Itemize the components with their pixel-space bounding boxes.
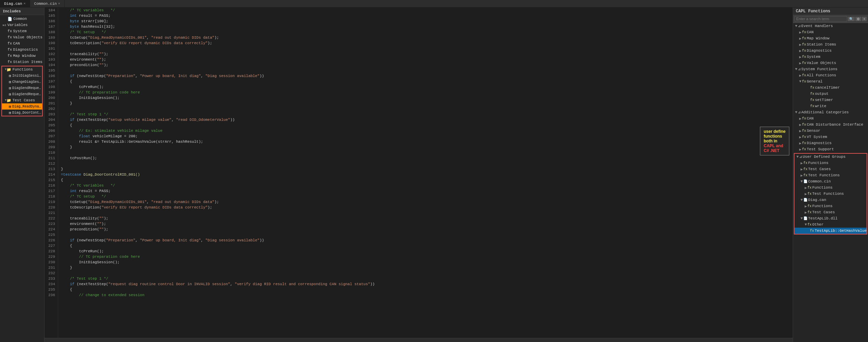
code-line-231[interactable]: }	[61, 265, 793, 270]
code-line-194[interactable]: precondition("");	[61, 62, 793, 68]
code-line-216[interactable]: /* TC variables */	[61, 183, 793, 188]
rt-item-can-disturbance[interactable]: ▶fx CAN Disturbance Interface	[793, 122, 868, 128]
search-input[interactable]	[794, 16, 847, 22]
rt-item-other-testaplib[interactable]: ▼fx Other	[794, 221, 867, 228]
sidebar-item-value-objects[interactable]: fx Value Objects	[0, 34, 44, 40]
rt-item-value-objects-eh[interactable]: ▶fx Value Objects	[793, 60, 868, 66]
code-line-236[interactable]: // change to extended session	[61, 292, 793, 298]
code-line-230[interactable]: InitDiagSession();	[61, 259, 793, 265]
code-line-223[interactable]: environment("");	[61, 221, 793, 227]
code-line-191[interactable]	[61, 46, 793, 51]
code-line-218[interactable]: /* TC setup */	[61, 194, 793, 199]
code-line-215[interactable]: {	[61, 177, 793, 183]
code-line-224[interactable]: precondition("");	[61, 227, 793, 232]
code-line-229[interactable]: // TC preparation code here	[61, 254, 793, 259]
sidebar-item-initdiag[interactable]: ⊞ InitDiagSession(): int	[2, 73, 42, 79]
code-line-206[interactable]: // Ex: stimulate vehicle milage value	[61, 128, 793, 134]
code-line-202[interactable]	[61, 106, 793, 112]
code-line-209[interactable]: }	[61, 144, 793, 150]
sidebar-item-testcases[interactable]: ▼ 📁 Test Cases	[2, 97, 42, 103]
rt-item-system-functions[interactable]: ▼⊿ System Functions	[793, 66, 868, 72]
code-line-205[interactable]: {	[61, 123, 793, 128]
code-line-204[interactable]: if (nextTestStep("setup vehicle milage v…	[61, 117, 793, 123]
code-line-210[interactable]	[61, 150, 793, 155]
rt-item-output[interactable]: fx output	[793, 91, 868, 97]
sidebar-item-variables[interactable]: ▶ 𝑥 Variables	[0, 22, 44, 28]
code-line-190[interactable]: tcDescription("verify ECU report dynamic…	[61, 40, 793, 46]
sidebar-item-map-window[interactable]: fx Map Window	[0, 53, 44, 59]
code-line-212[interactable]	[61, 161, 793, 166]
sidebar-item-diagsendreq2[interactable]: ⊞ DiagSendRequestWaitResul…	[2, 91, 42, 97]
rt-item-diag-can[interactable]: ▼📄Diag.can	[794, 197, 867, 203]
sidebar-item-common-includes[interactable]: 📄 Common	[0, 16, 44, 22]
rt-item-canceltimer[interactable]: fx cancelTimer	[793, 85, 868, 91]
sidebar-item-diag-readdynamic[interactable]: ⊞ Diag_ReadDynamicDID…	[2, 103, 42, 110]
code-line-200[interactable]: InitDiagSession();	[61, 95, 793, 101]
code-line-211[interactable]: tcPostRun();	[61, 155, 793, 161]
add-button[interactable]: +	[862, 17, 867, 21]
code-line-220[interactable]: tcDescription("verify ECU report dynamic…	[61, 205, 793, 210]
sidebar-item-system[interactable]: fx System	[0, 28, 44, 34]
rt-item-test-cases-udg[interactable]: ▶fx Test Cases	[794, 166, 867, 172]
code-line-227[interactable]: {	[61, 243, 793, 249]
code-line-189[interactable]: tcSetup("Diag_ReadDynamicDIDs_001", "rea…	[61, 35, 793, 40]
rt-item-event-handlers[interactable]: ▼⊿ Event Handlers	[793, 23, 868, 29]
code-line-217[interactable]: int result = PASS;	[61, 188, 793, 194]
code-line-235[interactable]: {	[61, 287, 793, 292]
rt-item-sensor[interactable]: ▶fx Sensor	[793, 128, 868, 134]
code-line-233[interactable]: /* Test step 1 */	[61, 276, 793, 281]
rt-item-can-ac[interactable]: ▶fx CAN	[793, 115, 868, 122]
rt-item-vt-system[interactable]: ▶fx VT System	[793, 134, 868, 140]
sidebar-item-changediag[interactable]: ⊞ ChangeDiagSession(int sess…	[2, 79, 42, 85]
rt-item-can-eh[interactable]: ▶fx CAN	[793, 29, 868, 35]
code-line-198[interactable]: tcPreRun();	[61, 84, 793, 90]
rt-item-functions-common[interactable]: ▶fx Functions	[794, 185, 867, 191]
code-line-184[interactable]: /* TC variables */	[61, 8, 793, 13]
rt-item-test-functions-udg[interactable]: ▶fx Test Functions	[794, 172, 867, 178]
rt-item-test-cases-diag[interactable]: ▶fx Test Cases	[794, 209, 867, 215]
code-line-188[interactable]: /* TC setup */	[61, 29, 793, 35]
rt-item-testaplib-dll[interactable]: ▼📄TestApLib.dll	[794, 215, 867, 221]
settings-button[interactable]: ⚙	[855, 17, 861, 21]
tab-diag[interactable]: Diag.can ✕	[0, 0, 30, 8]
sidebar-item-can[interactable]: fx CAN	[0, 40, 44, 47]
code-line-222[interactable]: traceability("");	[61, 216, 793, 221]
code-line-221[interactable]	[61, 210, 793, 216]
tab-common[interactable]: Common.cin ✕	[30, 0, 65, 8]
sidebar-item-diag-doorcontrol[interactable]: ⊞ Diag_DoorControlRID_001(…	[2, 110, 42, 116]
rt-item-testaplib-gethash[interactable]: fx TestApLib::GetHashValue	[794, 228, 867, 234]
code-line-232[interactable]	[61, 270, 793, 276]
sidebar-item-diagsendreq1[interactable]: ⊞ DiagSendRequestWaitResul…	[2, 85, 42, 91]
tab-diag-close[interactable]: ✕	[24, 0, 26, 8]
code-area[interactable]: /* TC variables */ int result = PASS; by…	[58, 8, 793, 338]
rt-item-common-cin[interactable]: ▼📄Common.cin	[794, 178, 867, 185]
code-line-234[interactable]: if (nextTestStep("request diag routine c…	[61, 281, 793, 287]
bottom-scrollbar[interactable]	[44, 338, 793, 342]
code-line-192[interactable]: traceability("");	[61, 51, 793, 57]
rt-item-general[interactable]: ▼fx General	[793, 78, 868, 85]
rt-item-write[interactable]: fx write	[793, 103, 868, 109]
code-line-219[interactable]: tcSetup("Diag_ReadDynamicDIDs_001", "rea…	[61, 199, 793, 205]
rt-item-all-functions[interactable]: ▶fx All Functions	[793, 72, 868, 78]
code-line-187[interactable]: byte hashResult[32];	[61, 24, 793, 29]
rt-item-settimer[interactable]: fx setTimer	[793, 97, 868, 103]
code-line-207[interactable]: float vehicleMilage = 200;	[61, 134, 793, 139]
sidebar-tree[interactable]: 📄 Common ▶ 𝑥 Variables fx System fx Valu…	[0, 15, 44, 342]
rt-item-test-support[interactable]: ▶fx Test Support	[793, 146, 868, 152]
tab-common-close[interactable]: ✕	[58, 0, 60, 8]
sidebar-item-station-items[interactable]: fx Station Items	[0, 59, 44, 65]
code-line-208[interactable]: result &= TestApiLib::GetHashValue(strAr…	[61, 139, 793, 144]
code-line-225[interactable]	[61, 232, 793, 238]
code-line-193[interactable]: environment("");	[61, 57, 793, 62]
code-line-226[interactable]: if (newTestStep("Preparation", "Power up…	[61, 238, 793, 243]
rt-item-map-window-eh[interactable]: ▶fx Map Window	[793, 35, 868, 41]
sidebar-item-diagnostics[interactable]: fx Diagnostics	[0, 47, 44, 53]
rt-item-diagnostics-ac[interactable]: ▶fx Diagnostics	[793, 140, 868, 146]
code-line-228[interactable]: tcPreRun();	[61, 249, 793, 254]
rt-item-functions-udg[interactable]: ▶fx Functions	[794, 160, 867, 166]
rt-item-diagnostics-eh[interactable]: ▶fx Diagnostics	[793, 48, 868, 54]
code-line-185[interactable]: int result = PASS;	[61, 13, 793, 18]
search-button[interactable]: 🔍	[848, 17, 855, 21]
code-line-195[interactable]	[61, 68, 793, 73]
rt-item-test-functions-common[interactable]: ▶fx Test Functions	[794, 191, 867, 197]
